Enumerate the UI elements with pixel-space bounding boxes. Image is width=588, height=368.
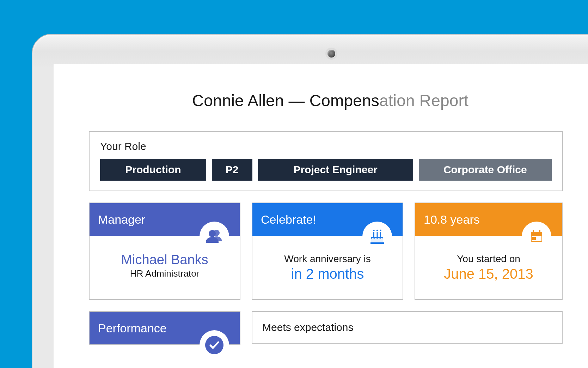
tenure-line1: You started on: [457, 253, 520, 265]
device-camera: [327, 50, 335, 58]
manager-name: Michael Banks: [121, 252, 208, 267]
cards-row: Manager Michael Banks HR Administrator: [89, 203, 563, 300]
tenure-card-header-label: 10.8 years: [424, 213, 480, 227]
svg-rect-6: [380, 232, 381, 237]
performance-card-header-label: Performance: [98, 321, 167, 335]
svg-point-1: [209, 230, 216, 237]
row-2: Performance Meets expectations: [89, 311, 563, 345]
svg-rect-4: [373, 232, 374, 237]
page-title: Connie Allen — Compensation Report: [131, 91, 529, 110]
screen: Connie Allen — Compensation Report Your …: [54, 64, 588, 368]
svg-point-16: [205, 336, 223, 354]
svg-rect-5: [377, 232, 378, 237]
celebrate-line1: Work anniversary is: [284, 253, 370, 265]
cake-icon: [362, 222, 392, 251]
svg-rect-15: [539, 230, 540, 233]
your-role-panel: Your Role Production P2 Project Engineer…: [89, 131, 563, 191]
page-title-emph: Connie Allen — Compens: [192, 91, 379, 110]
svg-rect-3: [370, 242, 384, 244]
svg-point-8: [376, 230, 378, 231]
page-title-rest: ation Report: [379, 91, 468, 110]
svg-point-7: [373, 230, 374, 231]
svg-point-9: [380, 230, 381, 231]
performance-status-card: Meets expectations: [252, 311, 563, 344]
celebrate-line2: in 2 months: [291, 266, 364, 282]
role-chips: Production P2 Project Engineer Corporate…: [100, 159, 552, 181]
svg-rect-14: [533, 230, 534, 233]
role-chip-project-engineer[interactable]: Project Engineer: [258, 159, 413, 181]
svg-rect-11: [531, 232, 542, 235]
tenure-card: 10.8 years You started on June 15, 201: [415, 203, 563, 300]
tenure-line2: June 15, 2013: [444, 266, 533, 282]
people-icon: [200, 222, 229, 251]
role-chip-production[interactable]: Production: [100, 159, 206, 181]
manager-card-header-label: Manager: [98, 213, 145, 227]
manager-subtitle: HR Administrator: [130, 268, 200, 279]
performance-status-text: Meets expectations: [262, 321, 353, 333]
calendar-icon: [522, 222, 551, 251]
manager-card: Manager Michael Banks HR Administrator: [89, 203, 240, 300]
performance-card: Performance: [89, 311, 240, 345]
celebrate-card: Celebrate!: [252, 203, 403, 300]
role-chip-corporate-office[interactable]: Corporate Office: [419, 159, 552, 181]
your-role-label: Your Role: [100, 140, 552, 152]
check-icon: [200, 330, 229, 360]
celebrate-card-header-label: Celebrate!: [261, 213, 316, 227]
svg-rect-13: [532, 237, 536, 240]
performance-card-header: Performance: [90, 312, 240, 344]
role-chip-p2[interactable]: P2: [212, 159, 252, 181]
